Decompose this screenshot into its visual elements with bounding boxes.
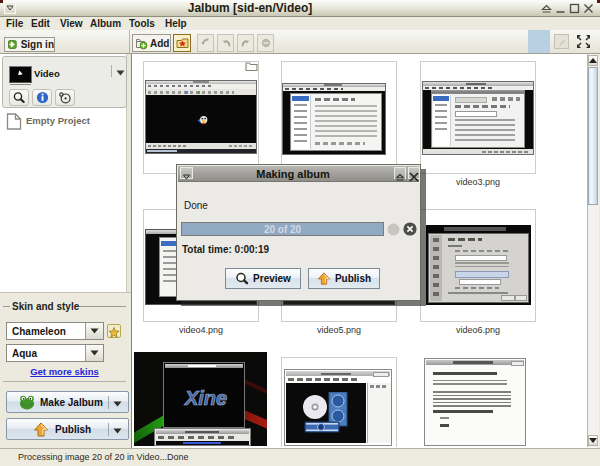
svg-text:Xine: Xine <box>184 387 227 409</box>
